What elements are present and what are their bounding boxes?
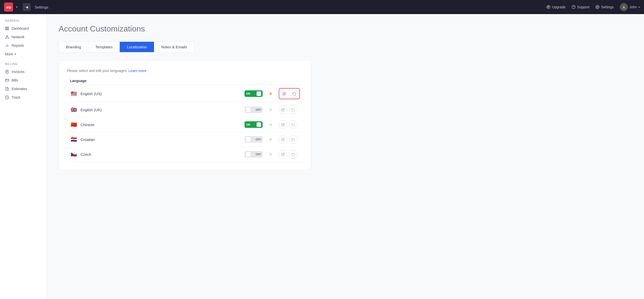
support-button[interactable]: Support — [572, 5, 589, 9]
svg-point-7 — [7, 35, 8, 36]
star-4[interactable]: ★ — [269, 152, 273, 157]
lang-name: Chinese — [80, 123, 94, 127]
revert-button-1[interactable] — [289, 105, 297, 114]
billing-section-title: BILLING — [0, 62, 46, 67]
lang-name: English (UK) — [80, 108, 102, 112]
revert-button-0[interactable] — [290, 89, 299, 98]
sidebar-item-invoices-label: Invoices — [12, 70, 24, 74]
svg-point-9 — [8, 38, 9, 39]
toggle-on-0[interactable]: ON — [245, 90, 263, 97]
svg-point-2 — [623, 6, 624, 7]
layout: GENERAL Dashboard Network Reports More ▾… — [0, 14, 644, 299]
toggle-off-1[interactable]: OFF — [245, 106, 263, 113]
learn-more-link[interactable]: Learn more — [128, 69, 146, 73]
user-menu[interactable]: John ▾ — [620, 3, 640, 11]
star-0[interactable]: ★ — [269, 91, 273, 96]
tabs: Branding Templates Localization Notes & … — [59, 42, 194, 52]
logo-chevron[interactable]: ▾ — [16, 5, 18, 9]
toggle-off-4[interactable]: OFF — [245, 151, 263, 158]
lang-description: Please select and edit your languages. L… — [67, 69, 303, 73]
sidebar-item-network[interactable]: Network — [0, 33, 46, 41]
sidebar: GENERAL Dashboard Network Reports More ▾… — [0, 14, 47, 299]
star-2[interactable]: ★ — [269, 122, 273, 127]
back-icon: ◀ — [25, 5, 28, 9]
lang-row-name: 🇺🇸 English (US) — [70, 90, 238, 97]
tab-localization[interactable]: Localization — [120, 42, 154, 52]
flag-croatian: 🇭🇷 — [70, 136, 77, 143]
sidebar-more[interactable]: More ▾ — [0, 50, 46, 58]
action-box-2 — [279, 120, 297, 129]
table-row: 🇨🇳 Chinese ON ★ — [67, 117, 303, 132]
revert-button-4[interactable] — [289, 150, 297, 159]
action-highlight-box — [279, 88, 300, 99]
sidebar-item-estimates[interactable]: Estimates — [0, 85, 46, 93]
upgrade-button[interactable]: Upgrade — [546, 5, 566, 9]
topnav: anp ▾ ◀ Settings Upgrade Support Setting… — [0, 0, 644, 14]
sidebar-item-dashboard[interactable]: Dashboard — [0, 24, 46, 33]
sidebar-item-bills[interactable]: Bills — [0, 76, 46, 85]
sidebar-item-estimates-label: Estimates — [12, 87, 27, 91]
edit-button-2[interactable] — [279, 120, 287, 129]
tab-notes-emails[interactable]: Notes & Emails — [154, 42, 194, 52]
table-row: 🇭🇷 Croatian OFF ★ — [67, 132, 303, 147]
lang-name: Czech — [80, 152, 91, 157]
bills-icon — [5, 78, 9, 82]
general-section-title: GENERAL — [0, 19, 46, 24]
dashboard-icon — [5, 26, 9, 30]
table-row: 🇨🇿 Czech OFF ★ — [67, 147, 303, 162]
sidebar-item-bills-label: Bills — [12, 78, 18, 82]
language-column-header: Language — [67, 77, 242, 85]
svg-rect-4 — [7, 27, 9, 28]
network-icon — [5, 35, 9, 39]
svg-rect-6 — [7, 29, 9, 30]
edit-button-4[interactable] — [279, 150, 287, 159]
estimates-icon — [5, 87, 9, 91]
sidebar-item-track[interactable]: Track — [0, 93, 46, 102]
more-label: More — [5, 52, 13, 56]
revert-button-3[interactable] — [289, 135, 297, 144]
sidebar-item-network-label: Network — [12, 35, 24, 39]
svg-rect-3 — [6, 27, 7, 28]
action-box-1 — [279, 105, 297, 114]
sidebar-item-invoices[interactable]: Invoices — [0, 67, 46, 76]
gear-icon — [595, 5, 599, 9]
settings-nav-button[interactable]: Settings — [595, 5, 614, 9]
svg-line-10 — [6, 36, 7, 38]
flag-czech: 🇨🇿 — [70, 151, 77, 158]
sidebar-item-track-label: Track — [12, 95, 20, 99]
star-3[interactable]: ★ — [269, 137, 273, 142]
toggle-on-2[interactable]: ON — [245, 121, 263, 128]
svg-line-11 — [7, 36, 8, 38]
localization-card: Please select and edit your languages. L… — [59, 60, 311, 170]
action-box-3 — [279, 135, 297, 144]
logo[interactable]: anp — [4, 3, 13, 12]
flag-english-(uk): 🇬🇧 — [70, 106, 77, 114]
lang-row-name: 🇭🇷 Croatian — [70, 136, 238, 143]
tab-templates[interactable]: Templates — [88, 42, 120, 52]
track-icon — [5, 95, 9, 99]
star-1[interactable]: ★ — [269, 107, 273, 112]
language-table: Language 🇺🇸 English (US) ON ★ 🇬🇧 — [67, 77, 303, 162]
lang-row-name: 🇨🇿 Czech — [70, 151, 238, 158]
back-button[interactable]: ◀ — [23, 3, 31, 11]
action-box-4 — [279, 150, 297, 159]
topnav-title: Settings — [35, 5, 48, 9]
edit-button-3[interactable] — [279, 135, 287, 144]
main-content: Account Customizations Branding Template… — [47, 14, 644, 299]
revert-button-2[interactable] — [289, 120, 297, 129]
edit-button-1[interactable] — [279, 105, 287, 114]
sidebar-item-reports-label: Reports — [12, 44, 24, 48]
lang-name: English (US) — [80, 92, 102, 96]
lang-row-name: 🇨🇳 Chinese — [70, 121, 238, 128]
invoices-icon — [5, 70, 9, 74]
sidebar-item-reports[interactable]: Reports — [0, 41, 46, 50]
flag-english-(us): 🇺🇸 — [70, 90, 77, 97]
toggle-off-3[interactable]: OFF — [245, 136, 263, 143]
more-chevron-icon: ▾ — [15, 53, 16, 56]
edit-button-0[interactable] — [280, 89, 289, 98]
sidebar-item-dashboard-label: Dashboard — [12, 26, 29, 30]
svg-rect-19 — [5, 79, 9, 81]
tab-branding[interactable]: Branding — [59, 42, 88, 52]
lang-row-name: 🇬🇧 English (UK) — [70, 106, 238, 114]
page-title: Account Customizations — [59, 24, 311, 33]
